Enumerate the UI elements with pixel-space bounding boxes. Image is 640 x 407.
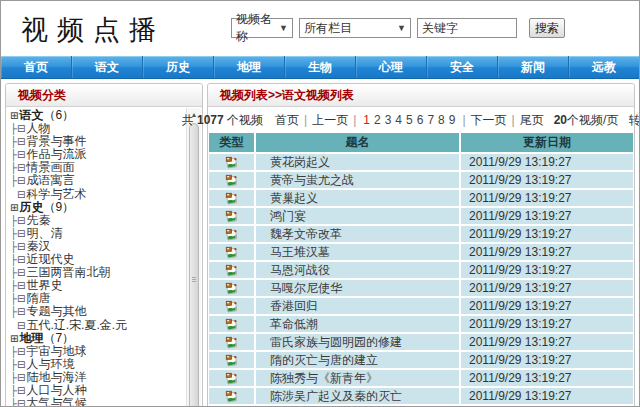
video-title: 黄巢起义 — [256, 190, 461, 206]
tree-item[interactable]: ├⊟陆地与海洋 — [10, 371, 185, 384]
video-title: 马王堆汉墓 — [256, 244, 461, 260]
type-cell — [209, 208, 256, 224]
table-row[interactable]: 黄帝与蚩尤之战2011/9/29 13:19:27 — [209, 172, 633, 188]
nav-tab-2[interactable]: 语文 — [72, 56, 143, 78]
tree-item[interactable]: ├⊟宇宙与地球 — [10, 345, 185, 358]
media-clip-icon — [225, 156, 238, 169]
type-cell — [209, 154, 256, 170]
table-row[interactable]: 雷氏家族与圆明园的修建2011/9/29 13:19:27 — [209, 334, 633, 350]
video-table: 类型题名更新日期 黄花岗起义2011/9/29 13:19:27 黄帝与蚩尤之战… — [209, 133, 633, 407]
tree-item[interactable]: ⊟五代.辽.宋.夏.金.元 — [10, 319, 185, 332]
table-row[interactable]: 马恩河战役2011/9/29 13:19:27 — [209, 262, 633, 278]
nav-tab-8[interactable]: 新闻 — [498, 56, 569, 78]
sidebar-scrollbar[interactable]: ▲ — [186, 108, 201, 407]
type-cell — [209, 352, 256, 368]
tree-item[interactable]: ├⊟近现代史 — [10, 253, 185, 266]
page-number-2[interactable]: 2 — [374, 113, 381, 127]
table-row[interactable]: 鸿门宴2011/9/29 13:19:27 — [209, 208, 633, 224]
nav-tab-6[interactable]: 心理 — [356, 56, 427, 78]
prev-page-link[interactable]: 上一页 — [312, 112, 348, 129]
tree-item[interactable]: ├⊟人口与人种 — [10, 384, 185, 397]
sidebar-title: 视频分类 — [6, 84, 202, 107]
type-cell — [209, 244, 256, 260]
nav-tab-4[interactable]: 地理 — [214, 56, 285, 78]
media-clip-icon — [225, 228, 238, 241]
content-area: 视频分类 ⊞语文（6）├⊟人物├⊟背景与事件├⊟作品与流派├⊟情景画面├⊟成语寓… — [1, 79, 639, 406]
tree-item-label: 先秦 — [26, 214, 50, 227]
table-row[interactable]: 黄巢起义2011/9/29 13:19:27 — [209, 190, 633, 206]
tree-item-label: 人与环境 — [26, 358, 74, 371]
nav-tab-9[interactable]: 远教 — [569, 56, 639, 78]
nav-tab-5[interactable]: 生物 — [285, 56, 356, 78]
next-page-link[interactable]: 下一页 — [471, 112, 507, 129]
table-row[interactable]: 马嘎尔尼使华2011/9/29 13:19:27 — [209, 280, 633, 296]
page-number-3[interactable]: 3 — [385, 113, 392, 127]
page-number-8[interactable]: 8 — [438, 113, 445, 127]
tree-item[interactable]: ├⊟作品与流派 — [10, 148, 185, 161]
type-cell — [209, 370, 256, 386]
tree-item-count: （6） — [43, 109, 74, 122]
table-row[interactable]: 马王堆汉墓2011/9/29 13:19:27 — [209, 244, 633, 260]
tree-item-label: 隋唐 — [26, 292, 50, 305]
tree-item-label: 历史 — [19, 201, 43, 214]
video-title: 黄花岗起义 — [256, 154, 461, 170]
type-cell — [209, 388, 256, 404]
tree-item[interactable]: ├⊟人与环境 — [10, 358, 185, 371]
nav-tab-3[interactable]: 历史 — [143, 56, 214, 78]
type-cell — [209, 334, 256, 350]
page-number-6[interactable]: 6 — [417, 113, 424, 127]
category-select[interactable]: 所有栏目 ▼ — [299, 18, 411, 38]
tree-item[interactable]: ├⊟世界史 — [10, 279, 185, 292]
update-date: 2011/9/29 13:19:27 — [461, 280, 633, 296]
tree-item[interactable]: ├⊟人物 — [10, 122, 185, 135]
chevron-down-icon: ▼ — [391, 23, 406, 33]
first-page-link[interactable]: 首页 — [275, 112, 299, 129]
tree-item[interactable]: ⊟科学与艺术 — [10, 188, 185, 201]
tree-item-label: 作品与流派 — [26, 148, 86, 161]
tree-item[interactable]: ├⊟成语寓言 — [10, 174, 185, 187]
tree-item[interactable]: ├⊟明、清 — [10, 227, 185, 240]
tree-item[interactable]: ├⊟秦汉 — [10, 240, 185, 253]
nav-tab-7[interactable]: 安全 — [427, 56, 498, 78]
table-row[interactable]: 香港回归2011/9/29 13:19:27 — [209, 298, 633, 314]
tree-item[interactable]: ⊞语文（6） — [10, 109, 185, 122]
tree-item[interactable]: ├⊟专题与其他 — [10, 305, 185, 318]
tree-node-icon: ├⊟ — [10, 372, 25, 383]
search-field-select[interactable]: 视频名称 ▼ — [231, 18, 293, 38]
page-number-7[interactable]: 7 — [427, 113, 434, 127]
video-title: 鸿门宴 — [256, 208, 461, 224]
table-row[interactable]: 陈涉吴广起义及秦的灭亡2011/9/29 13:19:27 — [209, 388, 633, 404]
tree-item[interactable]: ├⊟隋唐 — [10, 292, 185, 305]
tree-item[interactable]: ⊞历史（9） — [10, 201, 185, 214]
tree-item[interactable]: ├⊟大气与气候 — [10, 397, 185, 407]
tree-item[interactable]: ⊞地理（7） — [10, 332, 185, 345]
tree-item-label: 人口与人种 — [26, 384, 86, 397]
tree-item[interactable]: ├⊟先秦 — [10, 214, 185, 227]
nav-tab-1[interactable]: 首页 — [1, 56, 72, 78]
table-row[interactable]: 黄花岗起义2011/9/29 13:19:27 — [209, 154, 633, 170]
tree-item[interactable]: ├⊟背景与事件 — [10, 135, 185, 148]
update-date: 2011/9/29 13:19:27 — [461, 190, 633, 206]
page-number-4[interactable]: 4 — [395, 113, 402, 127]
tree-item-label: 科学与艺术 — [26, 188, 86, 201]
page-number-1[interactable]: 1 — [363, 113, 370, 127]
chevron-down-icon: ▼ — [273, 23, 288, 33]
tree-item[interactable]: ├⊟情景画面 — [10, 161, 185, 174]
table-row[interactable]: 革命低潮2011/9/29 13:19:27 — [209, 316, 633, 332]
table-row[interactable]: 魏孝文帝改革2011/9/29 13:19:27 — [209, 226, 633, 242]
tree-node-icon: ├⊟ — [10, 280, 25, 291]
table-row[interactable]: 陈独秀与《新青年》2011/9/29 13:19:27 — [209, 370, 633, 386]
tree-item[interactable]: ├⊟三国两晋南北朝 — [10, 266, 185, 279]
tree-node-icon: ├⊟ — [10, 293, 25, 304]
table-row[interactable]: 隋的灭亡与唐的建立2011/9/29 13:19:27 — [209, 352, 633, 368]
update-date: 2011/9/29 13:19:27 — [461, 352, 633, 368]
page-number-9[interactable]: 9 — [449, 113, 456, 127]
keyword-input[interactable] — [417, 18, 517, 38]
page-number-5[interactable]: 5 — [406, 113, 413, 127]
category-tree: ⊞语文（6）├⊟人物├⊟背景与事件├⊟作品与流派├⊟情景画面├⊟成语寓言⊟科学与… — [10, 109, 185, 407]
video-title: 魏孝文帝改革 — [256, 226, 461, 242]
tree-node-icon: ├⊟ — [10, 359, 25, 370]
last-page-link[interactable]: 尾页 — [520, 112, 544, 129]
search-button[interactable]: 搜索 — [529, 18, 565, 38]
scrollbar-thumb[interactable] — [189, 123, 199, 407]
